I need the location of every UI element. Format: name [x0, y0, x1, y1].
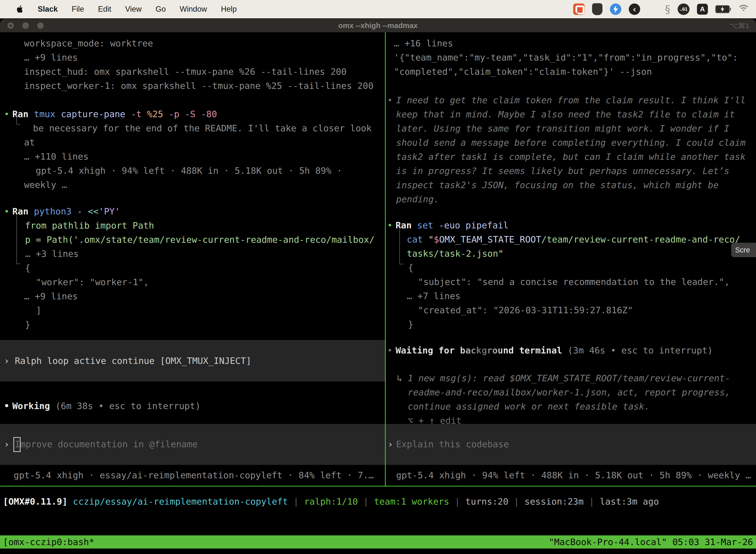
mailbox-notification: ↳1 new msg(s): read $OMX_TEAM_STATE_ROOT…: [397, 371, 730, 385]
ran-python-command: •Ranpython3-<<'PY': [4, 204, 120, 218]
right-output-line: }: [408, 317, 414, 331]
reply-arrow-icon: ↳: [397, 373, 402, 383]
gauge-61-icon[interactable]: ..61: [678, 3, 690, 15]
ran-set-command: •Ranset-euo pipefail: [387, 218, 509, 232]
thinking-line: task2 after task1 is complete, but can I…: [396, 150, 746, 164]
left-output-line: weekly …: [24, 178, 67, 192]
cmd-token: -euo pipefail: [439, 220, 509, 230]
separator: |: [288, 496, 304, 507]
menu-app-name[interactable]: Slack: [38, 5, 58, 14]
left-output-line: gpt-5.4 xhigh · 94% left · 488K in · 5.1…: [36, 164, 342, 178]
cmd-token: ": [428, 234, 434, 244]
separator: |: [449, 496, 465, 507]
menu-item-view[interactable]: View: [125, 5, 142, 14]
menu-item-help[interactable]: Help: [221, 5, 237, 14]
menu-item-go[interactable]: Go: [155, 5, 166, 14]
cat-command-line: cat"$OMX_TEAM_STATE_ROOT/team/review-cur…: [407, 232, 740, 246]
tmux-session-window: [omx-cczip0:bash*: [3, 537, 94, 547]
python-code-line: from pathlib import Path: [25, 218, 154, 233]
omx-ralph-count: ralph:1/10: [304, 496, 358, 507]
swirl-icon[interactable]: §: [665, 3, 670, 15]
python-code-line: p = Path('.omx/state/team/review-current…: [25, 233, 375, 247]
thinking-line: later. Using the same for transition mig…: [396, 121, 730, 135]
notification-line: 1 new msg(s): read $OMX_TEAM_STATE_ROOT/…: [408, 373, 730, 383]
output-corner-connector: [16, 215, 20, 264]
right-output-line: … +7 lines: [407, 289, 460, 303]
chevron-circle-icon[interactable]: ‹: [629, 3, 640, 15]
left-output-line: "worker": "worker-1",: [36, 275, 149, 289]
left-output-line: }: [25, 318, 30, 332]
cmd-token: -: [77, 206, 82, 216]
cmd-token: set: [417, 220, 433, 230]
pane-divider[interactable]: [385, 32, 386, 486]
cmd-token: -p -S -80: [169, 109, 217, 119]
bullet-icon: •: [4, 401, 9, 411]
thinking-line: should send a message before completing …: [396, 135, 746, 150]
left-output-line: inspect_worker-1: omx sparkshell --tmux-…: [24, 79, 374, 93]
battery-bolt-icon: [720, 6, 724, 12]
menu-item-edit[interactable]: Edit: [98, 5, 111, 14]
notification-line: readme-and-reco/mailbox/worker-1.json, a…: [408, 385, 730, 399]
cmd-token: -t: [131, 109, 142, 119]
ralph-banner-text: Ralph loop active continue [OMX_TMUX_INJ…: [15, 356, 252, 366]
left-output-line: … +110 lines: [24, 150, 88, 164]
cmd-token: ": [498, 248, 504, 259]
left-output-line: at: [24, 135, 35, 150]
right-model-statusline: gpt-5.4 xhigh · 94% left · 488K in · 5.1…: [396, 468, 751, 482]
thinking-line: I need to get the claim token from the c…: [396, 93, 746, 107]
ran-label: Ran: [12, 109, 28, 119]
menu-item-file[interactable]: File: [72, 5, 84, 14]
ran-label: Ran: [396, 220, 412, 230]
prompt-chevron-icon: ›: [4, 439, 9, 449]
thinking-line: is in progress? It seems likely but perh…: [396, 164, 730, 178]
a-badge-icon[interactable]: A: [697, 4, 708, 15]
chat-app-icon[interactable]: [573, 3, 585, 15]
ran-label: Ran: [12, 206, 28, 216]
omx-turns: turns:20: [465, 496, 508, 507]
right-output-line: "completed","claim_token":"claim-token"}…: [394, 64, 652, 79]
right-output-line: "created_at": "2026-03-31T11:59:27.816Z": [418, 303, 633, 317]
ralph-banner: ›Ralph loop active continue [OMX_TMUX_IN…: [4, 354, 251, 368]
cmd-token: tasks/task-2.json: [407, 248, 498, 259]
cmd-token: OMX_TEAM_STATE_ROOT: [439, 234, 541, 244]
battery-icon[interactable]: [715, 5, 730, 13]
omx-version-badge: [OMX#0.11.9]: [3, 496, 67, 507]
bullet-icon: •: [4, 109, 9, 119]
shield-grid-icon[interactable]: [592, 3, 603, 15]
cmd-token: capture-pane: [61, 109, 125, 119]
separator: |: [358, 496, 374, 507]
notification-line: continue assigned work or next feasible …: [408, 399, 649, 413]
working-status: •Working(6m 38s • esc to interrupt): [4, 399, 201, 413]
wifi-icon[interactable]: [737, 4, 750, 14]
menu-item-window[interactable]: Window: [180, 5, 207, 14]
separator: |: [584, 496, 600, 507]
tmux-host-clock: "MacBook-Pro-44.local" 05:03 31-Mar-26: [549, 537, 753, 547]
working-label: Working: [12, 401, 50, 411]
left-output-line: … +9 lines: [24, 289, 78, 303]
apple-menu[interactable]: [16, 5, 24, 13]
cmd-token: <<: [88, 206, 99, 216]
cmd-token: cat: [407, 234, 423, 244]
menu-bar-status-icons: ‹ § ..61 A: [573, 0, 750, 18]
bolt-glyph-icon: [613, 5, 618, 13]
dots-grid-icon[interactable]: [648, 4, 657, 14]
bolt-circle-icon[interactable]: [610, 3, 621, 15]
pane-bottom-border: [0, 486, 756, 487]
omx-last-activity: last:3m ago: [600, 496, 659, 507]
working-meta: (6m 38s • esc to interrupt): [55, 401, 200, 411]
right-input-placeholder: Explain this codebase: [396, 439, 509, 449]
title-bar[interactable]: omx --xhigh --madmax ⌥⌘1: [0, 19, 756, 32]
right-input-row[interactable]: ›Explain this codebase: [388, 437, 509, 451]
cmd-token: tmux: [34, 109, 56, 119]
right-output-line: "subject": "send a concise recommendatio…: [418, 275, 730, 289]
cmd-token: 'PY': [99, 206, 120, 216]
cmd-token: /team/review-current-readme-and-reco/: [541, 234, 740, 244]
left-input-placeholder: Improve documentation in @filename: [15, 439, 198, 449]
omx-team-workers: team:1 workers: [374, 496, 449, 507]
bullet-icon: •: [387, 345, 393, 355]
left-input-row[interactable]: ›Improve documentation in @filename: [4, 437, 198, 451]
screen-sharing-pill[interactable]: Scre: [731, 243, 756, 257]
bullet-icon: •: [4, 206, 9, 216]
prompt-chevron-icon: ›: [4, 356, 9, 366]
right-output-line: {: [408, 261, 414, 275]
